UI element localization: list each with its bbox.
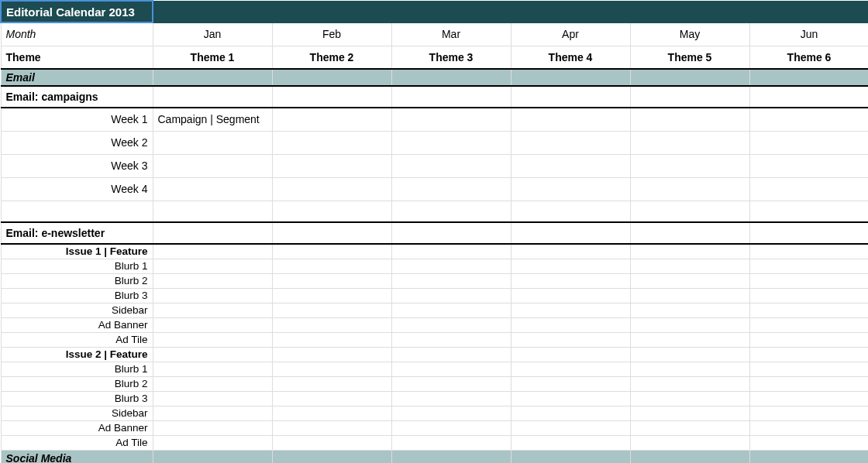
issue-2-item: Ad Tile bbox=[1, 435, 868, 450]
week-1-label[interactable]: Week 1 bbox=[1, 108, 153, 131]
section-email: Email bbox=[1, 69, 868, 86]
theme-row: Theme Theme 1 Theme 2 Theme 3 Theme 4 Th… bbox=[1, 46, 868, 69]
issue-1-item: Ad Banner bbox=[1, 317, 868, 332]
month-label[interactable]: Month bbox=[1, 22, 153, 46]
title-blank[interactable] bbox=[511, 1, 630, 22]
issue-1-item: Blurb 3 bbox=[1, 288, 868, 303]
email-campaigns-label[interactable]: Email: campaigns bbox=[1, 86, 153, 108]
issue-1-item: Sidebar bbox=[1, 303, 868, 317]
issue-2-blurb-1[interactable]: Blurb 1 bbox=[1, 362, 153, 376]
issue-2-item: Ad Banner bbox=[1, 420, 868, 435]
theme-3[interactable]: Theme 3 bbox=[391, 46, 511, 69]
email-newsletter-header: Email: e-newsletter bbox=[1, 222, 868, 244]
issue-2-item: Blurb 1 bbox=[1, 362, 868, 376]
theme-6[interactable]: Theme 6 bbox=[749, 46, 868, 69]
month-jan[interactable]: Jan bbox=[153, 22, 272, 46]
issue-1-sidebar[interactable]: Sidebar bbox=[1, 303, 153, 317]
month-jun[interactable]: Jun bbox=[749, 22, 868, 46]
issue-1-blurb-3[interactable]: Blurb 3 bbox=[1, 288, 153, 303]
issue-2-ad-tile[interactable]: Ad Tile bbox=[1, 435, 153, 450]
title-blank[interactable] bbox=[153, 1, 272, 22]
email-newsletter-label[interactable]: Email: e-newsletter bbox=[1, 222, 153, 244]
theme-label[interactable]: Theme bbox=[1, 46, 153, 69]
week-3-label[interactable]: Week 3 bbox=[1, 154, 153, 177]
section-social-label[interactable]: Social Media bbox=[1, 450, 153, 463]
issue-2-item: Blurb 3 bbox=[1, 391, 868, 406]
issue-1-label[interactable]: Issue 1 | Feature bbox=[1, 244, 153, 259]
title-blank[interactable] bbox=[272, 1, 391, 22]
theme-1[interactable]: Theme 1 bbox=[153, 46, 272, 69]
week-1-row: Week 1 Campaign | Segment bbox=[1, 108, 868, 131]
campaigns-spacer bbox=[1, 201, 868, 222]
issue-1-item: Blurb 1 bbox=[1, 259, 868, 273]
issue-2-item: Sidebar bbox=[1, 406, 868, 420]
theme-5[interactable]: Theme 5 bbox=[630, 46, 749, 69]
month-mar[interactable]: Mar bbox=[391, 22, 511, 46]
issue-1-item: Ad Tile bbox=[1, 332, 868, 347]
week-2-row: Week 2 bbox=[1, 131, 868, 154]
issue-2-header: Issue 2 | Feature bbox=[1, 347, 868, 362]
title-blank[interactable] bbox=[749, 1, 868, 22]
theme-4[interactable]: Theme 4 bbox=[511, 46, 630, 69]
week-4-row: Week 4 bbox=[1, 177, 868, 201]
month-may[interactable]: May bbox=[630, 22, 749, 46]
title-cell[interactable]: Editorial Calendar 2013 bbox=[1, 1, 153, 22]
theme-2[interactable]: Theme 2 bbox=[272, 46, 391, 69]
issue-1-blurb-2[interactable]: Blurb 2 bbox=[1, 273, 153, 288]
issue-1-blurb-1[interactable]: Blurb 1 bbox=[1, 259, 153, 273]
title-blank[interactable] bbox=[391, 1, 511, 22]
issue-2-blurb-2[interactable]: Blurb 2 bbox=[1, 376, 153, 391]
week-1-jan[interactable]: Campaign | Segment bbox=[153, 108, 272, 131]
email-campaigns-header: Email: campaigns bbox=[1, 86, 868, 108]
editorial-calendar-table[interactable]: Editorial Calendar 2013 Month Jan Feb Ma… bbox=[0, 0, 868, 463]
issue-1-header: Issue 1 | Feature bbox=[1, 244, 868, 259]
issue-2-item: Blurb 2 bbox=[1, 376, 868, 391]
month-feb[interactable]: Feb bbox=[272, 22, 391, 46]
issue-2-ad-banner[interactable]: Ad Banner bbox=[1, 420, 153, 435]
issue-2-blurb-3[interactable]: Blurb 3 bbox=[1, 391, 153, 406]
issue-2-sidebar[interactable]: Sidebar bbox=[1, 406, 153, 420]
week-3-row: Week 3 bbox=[1, 154, 868, 177]
title-blank[interactable] bbox=[630, 1, 749, 22]
week-2-label[interactable]: Week 2 bbox=[1, 131, 153, 154]
section-email-label[interactable]: Email bbox=[1, 69, 153, 86]
issue-1-ad-banner[interactable]: Ad Banner bbox=[1, 317, 153, 332]
issue-2-label[interactable]: Issue 2 | Feature bbox=[1, 347, 153, 362]
title-row: Editorial Calendar 2013 bbox=[1, 1, 868, 22]
section-social: Social Media bbox=[1, 450, 868, 463]
month-row: Month Jan Feb Mar Apr May Jun bbox=[1, 22, 868, 46]
month-apr[interactable]: Apr bbox=[511, 22, 630, 46]
issue-1-ad-tile[interactable]: Ad Tile bbox=[1, 332, 153, 347]
issue-1-item: Blurb 2 bbox=[1, 273, 868, 288]
week-4-label[interactable]: Week 4 bbox=[1, 177, 153, 201]
